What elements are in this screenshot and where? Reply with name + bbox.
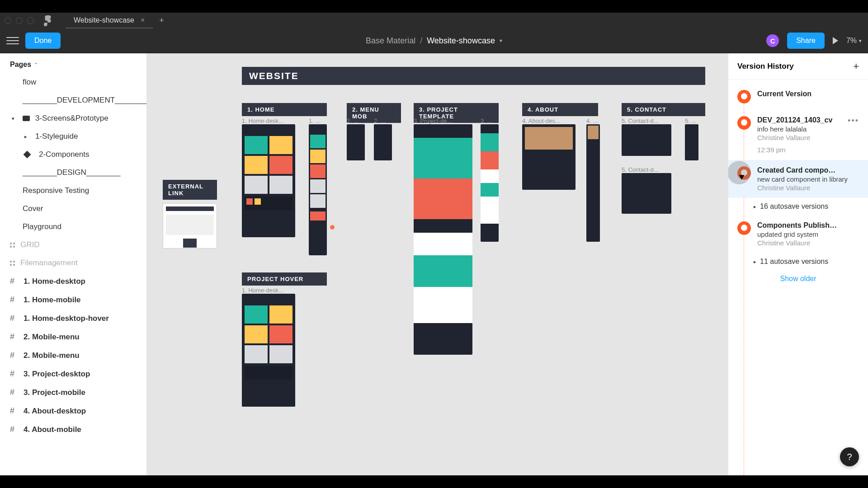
page-item-filemanagement[interactable]: Filemanagement bbox=[0, 254, 146, 272]
avatar-icon bbox=[737, 221, 751, 235]
close-window-icon[interactable] bbox=[5, 17, 11, 24]
frame-home-desktop[interactable] bbox=[242, 124, 295, 237]
show-older-link[interactable]: Show older bbox=[728, 270, 868, 287]
zoom-control[interactable]: 7% ▾ bbox=[846, 37, 862, 45]
close-tab-icon[interactable]: × bbox=[141, 16, 145, 24]
frame-home-desktop-hover[interactable] bbox=[242, 294, 295, 407]
frame-contact-desktop[interactable] bbox=[622, 124, 671, 156]
autosave-toggle[interactable]: ▸ 11 autosave versions bbox=[728, 253, 868, 270]
frame-item[interactable]: #4. About-desktop bbox=[0, 402, 146, 420]
add-version-icon[interactable]: + bbox=[853, 61, 859, 72]
section-label-external-link: EXTERNAL LINK bbox=[163, 180, 217, 200]
frame-project-mobile[interactable] bbox=[481, 124, 499, 242]
present-icon[interactable] bbox=[833, 37, 838, 44]
version-item-selected[interactable]: Created Card compo… new card component i… bbox=[728, 160, 868, 198]
frame-item[interactable]: #2. Mobile-menu bbox=[0, 328, 146, 346]
chevron-down-icon[interactable]: ▾ bbox=[12, 116, 14, 122]
frame-mobile-menu[interactable] bbox=[347, 124, 365, 160]
frame-icon: # bbox=[10, 332, 18, 342]
pages-panel: Pages ⌃ flow ________DEVELOPMENT________… bbox=[0, 53, 147, 475]
breadcrumb-current[interactable]: Website-showcase bbox=[427, 36, 495, 46]
user-avatar[interactable]: C bbox=[766, 34, 779, 47]
frame-name[interactable]: 4. ... bbox=[586, 117, 600, 124]
maximize-window-icon[interactable] bbox=[27, 17, 34, 24]
main-menu-icon[interactable] bbox=[6, 34, 19, 47]
grid-icon bbox=[10, 261, 15, 266]
frame-name[interactable]: 3. Project-de... bbox=[414, 117, 472, 124]
window-controls bbox=[5, 17, 34, 24]
frame-about-mobile[interactable] bbox=[586, 124, 600, 242]
page-item-development-divider[interactable]: ________DEVELOPMENT________ bbox=[0, 91, 146, 109]
frame-item[interactable]: #3. Project-mobile bbox=[0, 383, 146, 402]
frame-name[interactable]: 4. About-des... bbox=[522, 117, 576, 124]
done-button[interactable]: Done bbox=[25, 33, 61, 49]
page-item-screens-prototype[interactable]: ▾ 3-Screens&Prototype bbox=[0, 109, 146, 127]
frame-contact-mobile[interactable] bbox=[685, 124, 698, 160]
frame-icon: # bbox=[10, 351, 18, 360]
frame-about-desktop[interactable] bbox=[522, 124, 576, 190]
grid-icon bbox=[10, 243, 15, 248]
prototype-start-icon[interactable] bbox=[330, 225, 335, 230]
page-item-flow[interactable]: flow bbox=[0, 73, 146, 91]
frame-name[interactable]: 5. Contact-d... bbox=[622, 117, 671, 124]
frame-contact-desktop-2[interactable] bbox=[622, 173, 671, 214]
chevron-up-icon[interactable]: ⌃ bbox=[34, 62, 38, 68]
frame-name[interactable]: 3. ... bbox=[481, 117, 499, 124]
frame-name[interactable]: 2. ... bbox=[347, 117, 365, 124]
frame-item[interactable]: #1. Home-desktop-hover bbox=[0, 309, 146, 328]
breadcrumb[interactable]: Base Material / Website-showcase ▾ bbox=[366, 36, 502, 46]
pages-header[interactable]: Pages ⌃ bbox=[0, 53, 146, 73]
frame-icon: # bbox=[10, 314, 18, 323]
frame-project-desktop[interactable] bbox=[414, 124, 472, 355]
file-tab[interactable]: Website-showcase × bbox=[66, 13, 153, 28]
avatar-icon bbox=[737, 90, 751, 103]
autosave-toggle[interactable]: ▸ 16 autosave versions bbox=[728, 198, 868, 215]
frame-icon: # bbox=[10, 388, 18, 397]
frame-item[interactable]: #4. About-mobile bbox=[0, 420, 146, 439]
share-button[interactable]: Share bbox=[787, 33, 825, 49]
version-item[interactable]: DEV_201124_1403_cv info here lalalala Ch… bbox=[728, 110, 868, 160]
frame-item[interactable]: #1. Home-mobile bbox=[0, 291, 146, 309]
new-tab-button[interactable]: + bbox=[153, 16, 170, 25]
version-history-panel: Version History + Current Version DEV_20… bbox=[728, 53, 868, 475]
chevron-right-icon: ▸ bbox=[754, 259, 756, 265]
page-item-playground[interactable]: Playground bbox=[0, 218, 146, 236]
frame-name[interactable]: 5. Contact-d... bbox=[622, 166, 671, 173]
minimize-window-icon[interactable] bbox=[16, 17, 23, 24]
help-button[interactable]: ? bbox=[840, 447, 859, 466]
avatar-icon bbox=[737, 116, 751, 130]
figma-logo-icon[interactable] bbox=[44, 15, 52, 26]
frame-mobile-menu-2[interactable] bbox=[374, 124, 392, 160]
version-item[interactable]: Components Publish… updated grid system … bbox=[728, 215, 868, 253]
more-icon[interactable]: ••• bbox=[848, 116, 859, 154]
frame-external-link[interactable] bbox=[163, 203, 217, 249]
toolbar: Done Base Material / Website-showcase ▾ … bbox=[0, 28, 868, 53]
page-item-design-divider[interactable]: ________DESIGN________ bbox=[0, 164, 146, 182]
page-item-styleguide[interactable]: ▸ 1-Styleguide bbox=[0, 127, 146, 145]
tab-title: Website-showcase bbox=[74, 16, 134, 24]
frame-home-mobile[interactable] bbox=[309, 124, 327, 255]
chevron-right-icon[interactable]: ▸ bbox=[24, 134, 27, 140]
frame-name[interactable]: 1. Home-desk... bbox=[242, 117, 296, 124]
frame-name[interactable]: 5. ... bbox=[685, 117, 698, 124]
frame-name[interactable]: 1. ... bbox=[309, 117, 327, 124]
frame-item[interactable]: #1. Home-desktop bbox=[0, 272, 146, 291]
frame-icon: # bbox=[10, 425, 18, 434]
chevron-down-icon[interactable]: ▾ bbox=[859, 38, 862, 44]
frame-name[interactable]: 1. Home-desk... bbox=[242, 287, 327, 294]
page-item-responsive-testing[interactable]: Responsive Testing bbox=[0, 182, 146, 200]
frame-icon: # bbox=[10, 406, 18, 416]
version-item-current[interactable]: Current Version bbox=[728, 84, 868, 110]
frame-name[interactable]: 2. ... bbox=[374, 117, 392, 124]
breadcrumb-parent[interactable]: Base Material bbox=[366, 36, 415, 46]
page-item-cover[interactable]: Cover bbox=[0, 200, 146, 218]
frame-item[interactable]: #2. Mobile-menu bbox=[0, 346, 146, 365]
section-label: 4. ABOUT bbox=[522, 103, 598, 116]
section-label: 5. CONTACT bbox=[622, 103, 705, 116]
canvas[interactable]: EXTERNAL LINK WEBSITE 1. HOME 1. Home-de… bbox=[147, 53, 728, 475]
section-label: 1. HOME bbox=[242, 103, 327, 116]
page-item-components[interactable]: 2-Components bbox=[0, 145, 146, 164]
frame-item[interactable]: #3. Project-desktop bbox=[0, 365, 146, 383]
page-item-grid[interactable]: GRID bbox=[0, 236, 146, 254]
chevron-down-icon[interactable]: ▾ bbox=[500, 38, 502, 44]
